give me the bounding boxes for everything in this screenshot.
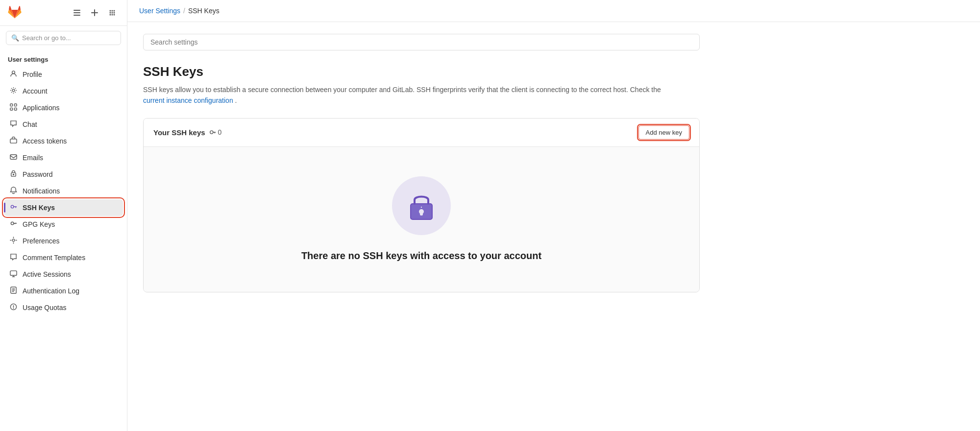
emails-icon [9,153,18,162]
svg-point-21 [13,174,14,175]
breadcrumb-separator: / [183,7,185,15]
gitlab-logo[interactable] [8,6,22,20]
page-description-part1: SSH keys allow you to establish a secure… [143,86,661,94]
sidebar-item-profile[interactable]: Profile [4,66,123,83]
breadcrumb-parent[interactable]: User Settings [139,7,180,15]
svg-rect-19 [10,155,16,159]
svg-point-4 [112,10,113,12]
svg-rect-1 [74,12,80,13]
current-instance-link[interactable]: current instance configuration [143,96,233,104]
sidebar-item-account[interactable]: Account [4,83,123,99]
authentication-log-icon [9,287,18,295]
sidebar: 🔍 Search or go to... User settings Profi… [0,0,127,431]
page-title: SSH Keys [143,64,700,79]
sidebar-item-notifications[interactable]: Notifications [4,183,123,199]
sidebar-item-profile-label: Profile [23,71,42,78]
sidebar-item-emails[interactable]: Emails [4,149,123,166]
sidebar-item-access-tokens[interactable]: Access tokens [4,133,123,149]
sidebar-item-usage-quotas[interactable]: Usage Quotas [4,299,123,316]
sidebar-item-applications-label: Applications [23,104,60,112]
sidebar-item-authentication-log[interactable]: Authentication Log [4,283,123,299]
svg-point-22 [11,205,14,208]
svg-rect-0 [74,10,80,11]
sidebar-item-gpg-keys-label: GPG Keys [23,220,55,228]
sidebar-item-preferences[interactable]: Preferences [4,233,123,249]
sidebar-section-title: User settings [0,50,127,66]
access-tokens-icon [9,137,18,145]
sidebar-item-applications[interactable]: Applications [4,99,123,116]
new-item-button[interactable] [88,6,101,20]
add-new-key-button[interactable]: Add new key [638,125,689,140]
account-icon [9,87,18,96]
ssh-keys-header-left: Your SSH keys 0 [153,128,221,137]
sidebar-item-ssh-keys-label: SSH Keys [23,204,55,212]
notifications-icon [9,187,18,195]
sidebar-item-chat-label: Chat [23,120,37,128]
profile-icon [9,70,18,79]
svg-point-24 [12,239,15,241]
key-count: 0 [218,128,222,136]
ssh-keys-icon [9,203,18,212]
breadcrumb: User Settings / SSH Keys [139,7,220,15]
sidebar-item-comment-templates-label: Comment Templates [23,254,85,262]
empty-state-text: There are no SSH keys with access to you… [301,249,541,263]
svg-point-6 [110,12,111,14]
page-description-part2: . [235,96,237,104]
sidebar-item-access-tokens-label: Access tokens [23,137,67,145]
empty-state: There are no SSH keys with access to you… [144,147,699,292]
search-placeholder: Search or go to... [22,34,71,42]
svg-rect-15 [14,104,17,106]
search-settings-input[interactable] [143,34,700,50]
svg-point-8 [114,12,115,14]
sidebar-item-active-sessions[interactable]: Active Sessions [4,266,123,283]
svg-rect-31 [420,212,423,216]
svg-point-23 [11,222,14,225]
password-icon [9,170,18,179]
svg-point-5 [114,10,115,12]
sidebar-item-comment-templates[interactable]: Comment Templates [4,249,123,266]
sidebar-item-password[interactable]: Password [4,166,123,183]
preferences-icon [9,237,18,245]
comment-templates-icon [9,253,18,262]
content-area: SSH Keys SSH keys allow you to establish… [127,22,715,304]
search-icon: 🔍 [11,34,19,42]
svg-rect-18 [10,139,16,143]
svg-point-13 [12,89,15,92]
svg-rect-17 [14,108,17,110]
search-bar[interactable]: 🔍 Search or go to... [6,31,121,45]
lock-icon-circle [392,176,451,235]
sidebar-item-chat[interactable]: Chat [4,116,123,133]
sidebar-item-notifications-label: Notifications [23,187,60,195]
ssh-keys-header: Your SSH keys 0 Add new key [144,119,699,147]
sidebar-item-password-label: Password [23,170,52,178]
svg-rect-14 [10,104,12,106]
grid-menu-button[interactable] [105,6,119,20]
sidebar-nav: Profile Account Applications [0,66,127,316]
top-bar: User Settings / SSH Keys [127,0,980,22]
main-content: User Settings / SSH Keys SSH Keys SSH ke… [127,0,980,431]
key-icon [209,129,216,136]
ssh-keys-section: Your SSH keys 0 Add new key [143,118,700,292]
svg-point-11 [114,14,115,16]
sidebar-item-emails-label: Emails [23,154,43,162]
page-description: SSH keys allow you to establish a secure… [143,84,682,106]
applications-icon [9,103,18,112]
toggle-sidebar-button[interactable] [70,6,84,20]
sidebar-item-gpg-keys[interactable]: GPG Keys [4,216,123,233]
breadcrumb-current: SSH Keys [188,7,220,15]
your-ssh-keys-label: Your SSH keys [153,128,205,137]
lock-illustration [407,189,436,222]
svg-point-9 [110,14,111,16]
sidebar-item-ssh-keys[interactable]: SSH Keys [4,199,123,216]
svg-point-10 [112,14,113,16]
gpg-keys-icon [9,220,18,229]
sidebar-item-authentication-log-label: Authentication Log [23,287,79,295]
sidebar-header [0,0,127,26]
chat-icon [9,120,18,129]
svg-point-7 [112,12,113,14]
svg-point-3 [110,10,111,12]
svg-point-12 [12,71,15,74]
sidebar-header-icons [70,6,119,20]
sidebar-item-active-sessions-label: Active Sessions [23,270,71,278]
svg-point-28 [210,131,213,134]
